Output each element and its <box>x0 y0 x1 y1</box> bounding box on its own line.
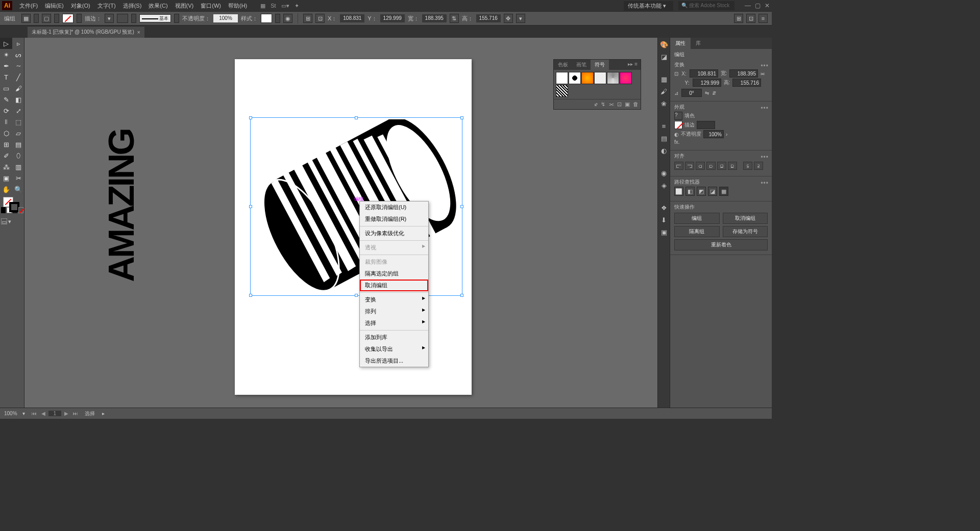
arrange-docs-icon[interactable]: ▭▾ <box>281 3 289 9</box>
stroke-color[interactable] <box>674 121 682 129</box>
snap-icon[interactable]: ⊡ <box>746 14 755 23</box>
scale-tool[interactable]: ⤢ <box>12 105 24 116</box>
maximize-button[interactable]: ▢ <box>755 2 761 9</box>
align-more[interactable]: ••• <box>761 154 769 161</box>
libraries-tab[interactable]: 库 <box>691 38 706 49</box>
link-wh-icon[interactable]: ⇅ <box>450 14 459 23</box>
transform-angle[interactable] <box>681 89 702 97</box>
fill-dd[interactable] <box>34 14 39 23</box>
nav-first[interactable]: ⏮ <box>30 411 38 416</box>
mesh-tool[interactable]: ⊞ <box>0 139 12 150</box>
appearance-icon[interactable]: ◉ <box>659 168 669 178</box>
stroke-weight-dd[interactable]: ▾ <box>105 14 114 23</box>
type-tool[interactable]: T <box>0 71 12 83</box>
btn-ungroup[interactable]: 取消编组 <box>723 213 768 224</box>
stroke-dd[interactable] <box>54 14 59 23</box>
nav-next[interactable]: ▶ <box>63 411 70 416</box>
rectangle-tool[interactable]: ▭ <box>0 83 12 94</box>
adobe-stock-search[interactable]: 🔍 搜索 Adobe Stock <box>678 1 734 10</box>
document-tab[interactable]: 未标题-1 [已恢复]* @ 100% (RGB/GPU 预览) × <box>28 26 144 38</box>
gradient-tool[interactable]: ▤ <box>12 139 24 150</box>
workspace-dropdown[interactable]: 传统基本功能 ▾ <box>624 1 673 11</box>
symbol-options-icon[interactable]: ⊡ <box>617 101 622 108</box>
break-link-icon[interactable]: ⫘ <box>608 101 614 108</box>
btn-save-symbol[interactable]: 存储为符号 <box>723 226 768 237</box>
align-left[interactable]: ⫍ <box>674 162 683 170</box>
graph-tool[interactable]: ▥ <box>12 161 24 172</box>
symbol-sprayer-tool[interactable]: ⁂ <box>0 161 12 172</box>
selection-tool[interactable]: ▷ <box>0 38 12 49</box>
menu-select[interactable]: 选择(S) <box>120 2 145 10</box>
grid-icon[interactable]: ⊞ <box>734 14 743 23</box>
shaper-tool[interactable]: ✎ <box>0 94 12 105</box>
symbols-icon[interactable]: ❀ <box>659 99 669 108</box>
btn-isolate[interactable]: 隔离组 <box>674 226 720 237</box>
ctx-transform[interactable]: 变换 <box>360 294 428 306</box>
ctx-select[interactable]: 选择 <box>360 317 428 329</box>
opacity-input[interactable] <box>703 130 724 138</box>
fx-label[interactable]: fx. <box>674 139 680 145</box>
brush-dd[interactable] <box>174 14 179 23</box>
ctx-arrange[interactable]: 排列 <box>360 306 428 317</box>
ctx-pixel-perfect[interactable]: 设为像素级优化 <box>360 227 428 239</box>
screen-mode-row[interactable]: ▭▾ <box>0 217 24 229</box>
transform-x[interactable] <box>690 69 718 78</box>
delete-symbol-icon[interactable]: 🗑 <box>633 101 639 108</box>
align-hcenter[interactable]: ⫎ <box>685 162 694 170</box>
menu-window[interactable]: 窗口(W) <box>198 2 224 10</box>
symbol-4[interactable] <box>594 72 606 84</box>
symbol-1[interactable] <box>556 72 568 84</box>
transform-icon[interactable]: ⊡ <box>315 14 325 23</box>
fill-color[interactable]: ? <box>674 112 682 120</box>
stroke-profile[interactable] <box>117 14 128 23</box>
stroke-weight[interactable] <box>697 121 715 129</box>
bridge-icon[interactable]: ▦ <box>260 3 265 9</box>
menu-type[interactable]: 文字(T) <box>94 2 119 10</box>
h-value[interactable]: 155.716 <box>476 14 501 22</box>
brushes-icon[interactable]: 🖌 <box>659 87 669 96</box>
appearance-more[interactable]: ••• <box>761 105 769 112</box>
menu-effect[interactable]: 效果(C) <box>145 2 170 10</box>
shape-builder-tool[interactable]: ⬡ <box>0 128 12 139</box>
line-tool[interactable]: ╱ <box>12 71 24 83</box>
transform-h[interactable] <box>732 79 761 87</box>
menu-object[interactable]: 对象(O) <box>68 2 93 10</box>
color-guide-icon[interactable]: ◪ <box>659 52 669 61</box>
perspective-tool[interactable]: ▱ <box>12 128 24 139</box>
zoom-tool[interactable]: 🔍 <box>12 184 24 195</box>
pf-exclude[interactable]: ◪ <box>708 187 717 196</box>
artboard-tool[interactable]: ▣ <box>0 172 12 184</box>
brush-preview[interactable]: 基本 <box>139 14 171 22</box>
nav-prev[interactable]: ◀ <box>40 411 47 416</box>
pf-expand[interactable]: ▦ <box>719 187 728 196</box>
align-bottom[interactable]: ⫒ <box>728 162 737 170</box>
panel-collapse-icon[interactable]: ▸▸ ≡ <box>625 60 641 70</box>
asset-export-icon[interactable]: ⬇ <box>659 215 669 224</box>
panel-menu-icon[interactable]: ≡ <box>758 14 768 23</box>
layers-icon[interactable]: ❖ <box>659 203 669 212</box>
stroke-panel-icon[interactable]: ≡ <box>659 121 669 131</box>
swatches-icon[interactable]: ▦ <box>659 74 669 84</box>
align-vcenter[interactable]: ⫑ <box>717 162 726 170</box>
x-value[interactable]: 108.831 <box>340 14 364 22</box>
style-dd[interactable] <box>275 14 280 23</box>
minimize-button[interactable]: — <box>745 2 751 9</box>
symbols-tab[interactable]: 符号 <box>591 60 609 70</box>
w-value[interactable]: 188.395 <box>422 14 447 22</box>
menu-edit[interactable]: 编辑(E) <box>42 2 67 10</box>
ref-point-icon[interactable]: ⊡ <box>674 71 678 77</box>
paintbrush-tool[interactable]: 🖌 <box>12 83 24 94</box>
new-symbol-icon[interactable]: ▣ <box>625 101 630 108</box>
opacity-value[interactable]: 100% <box>213 14 238 22</box>
blend-tool[interactable]: ⬯ <box>12 150 24 161</box>
free-transform-tool[interactable]: ⬚ <box>12 116 24 128</box>
artboards-icon[interactable]: ▣ <box>659 227 669 237</box>
gradient-panel-icon[interactable]: ▤ <box>659 134 669 143</box>
transform-w[interactable] <box>729 69 758 78</box>
symbol-6[interactable] <box>620 72 632 84</box>
y-value[interactable]: 129.999 <box>380 14 405 22</box>
distribute-v[interactable]: ⫔ <box>754 162 763 170</box>
place-symbol-icon[interactable]: ↯ <box>601 101 605 108</box>
width-tool[interactable]: ⫴ <box>0 116 12 128</box>
color-swatch[interactable] <box>62 14 74 23</box>
